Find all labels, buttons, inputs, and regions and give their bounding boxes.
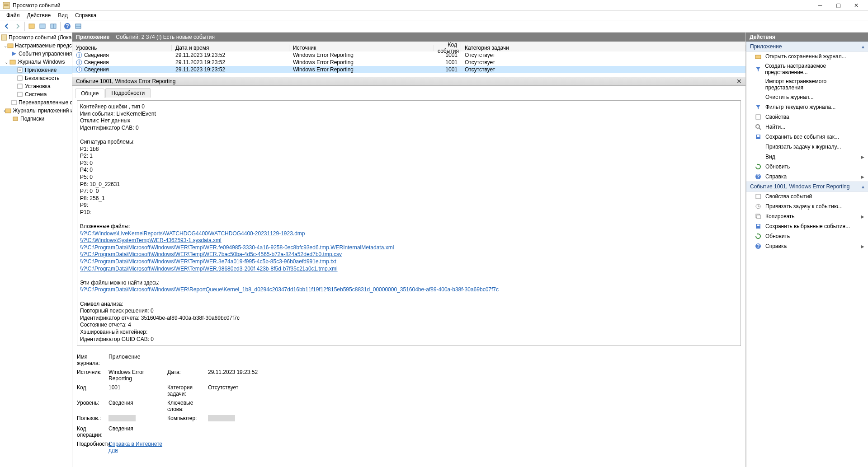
svg-rect-3 [29,24,34,28]
show-hide-tree-button[interactable] [27,21,37,31]
tree-app[interactable]: Приложение [0,66,72,74]
tree-windows-logs[interactable]: ⌄Журналы Windows [0,58,72,66]
save-icon [755,133,762,140]
action-clear-log[interactable]: Очистить журнал... [746,92,868,102]
toolbar: ? [0,20,868,33]
refresh-icon [755,233,762,240]
console-tree[interactable]: Просмотр событий (Локальны ⌄Настраиваемы… [0,33,72,467]
col-datetime[interactable]: Дата и время [172,45,289,51]
event-row[interactable]: iСведения29.11.2023 19:23:52Windows Erro… [72,59,745,66]
action-import-view[interactable]: Импорт настраиваемого представления [746,77,868,92]
svg-text:i: i [78,66,80,73]
action-open-saved-log[interactable]: Открыть сохраненный журнал... [746,51,868,61]
action-help[interactable]: ?Справка▶ [746,172,868,182]
svg-rect-21 [5,109,11,113]
action-copy[interactable]: Копировать▶ [746,211,868,221]
help-button[interactable]: ? [62,21,72,31]
attached-file-link[interactable]: \\?\C:\Windows\SystemTemp\WER-4362593-1.… [80,237,222,243]
attached-file-link[interactable]: \\?\C:\ProgramData\Microsoft\Windows\WER… [80,251,342,257]
action-properties[interactable]: Свойства [746,112,868,122]
meta-kw-k: Ключевые слова: [167,400,208,412]
actions-section-app[interactable]: Приложение▴ [746,42,868,51]
action-save-selected[interactable]: Сохранить выбранные события... [746,221,868,231]
svg-rect-34 [757,135,760,137]
menu-view[interactable]: Вид [54,11,71,19]
col-category[interactable]: Категория задачи [461,45,745,51]
tree-forwarded[interactable]: Перенаправленные соб [0,98,72,107]
event-row[interactable]: iСведения29.11.2023 19:23:52Windows Erro… [72,51,745,59]
action-refresh[interactable]: Обновить [746,162,868,172]
action-create-view[interactable]: Создать настраиваемое представление... [746,61,868,77]
panel-button-1[interactable] [38,21,47,31]
action-view[interactable]: Вид▶ [746,152,868,162]
menu-file[interactable]: Файл [3,11,24,19]
meta-level-k: Уровень: [77,400,108,412]
action-event-attach[interactable]: Привязать задачу к событию... [746,201,868,211]
svg-rect-30 [756,115,760,119]
attached-file-link[interactable]: \\?\C:\ProgramData\Microsoft\Windows\WER… [80,244,394,251]
action-attach-task[interactable]: Привязать задачу к журналу... [746,142,868,152]
attached-file-link[interactable]: \\?\C:\ProgramData\Microsoft\Windows\WER… [80,266,338,272]
col-source[interactable]: Источник [289,45,434,51]
window-title: Просмотр событий [13,2,811,9]
action-save-all[interactable]: Сохранить все события как... [746,132,868,142]
tree-custom-views[interactable]: ⌄Настраиваемые представл [0,42,72,50]
panel-button-3[interactable] [73,21,83,31]
close-window-button[interactable]: ✕ [847,0,865,10]
detail-close-icon[interactable]: ✕ [736,78,742,85]
detail-metadata: Имя журнала: Приложение Источник: Window… [77,352,741,455]
event-list[interactable]: Уровень Дата и время Источник Код событи… [72,42,745,77]
maximize-button[interactable]: ▢ [829,0,847,10]
svg-text:?: ? [66,23,69,29]
meta-cat-v: Отсутствует [208,384,298,397]
meta-more-link[interactable]: Справка в Интернете для [108,441,162,453]
menubar: Файл Действие Вид Справка [0,11,868,20]
action-refresh-2[interactable]: Обновить [746,231,868,241]
copy-icon [755,213,762,220]
col-level[interactable]: Уровень [72,45,172,51]
meta-op-v: Сведения [108,425,167,438]
help-icon: ? [755,243,762,250]
svg-line-32 [759,128,761,130]
tab-general[interactable]: Общие [75,89,104,98]
tree-subscriptions[interactable]: Подписки [0,115,72,123]
panel-button-2[interactable] [48,21,58,31]
help-icon: ? [755,173,762,180]
action-help-2[interactable]: ?Справка▶ [746,241,868,251]
actions-section-event[interactable]: Событие 1001, Windows Error Reporting▴ [746,182,868,191]
attached-file-link[interactable]: \\?\C:\ProgramData\Microsoft\Windows\WER… [80,258,336,265]
window-titlebar: Просмотр событий ─ ▢ ✕ [0,0,868,11]
tree-setup[interactable]: Установка [0,82,72,90]
attach-icon [755,203,762,210]
action-find[interactable]: Найти... [746,122,868,132]
detail-body[interactable]: Контейнер ошибки , тип 0 Имя события: Li… [72,98,745,467]
properties-icon [755,113,762,121]
svg-rect-14 [18,68,22,72]
svg-rect-22 [13,117,18,121]
menu-help[interactable]: Справка [71,11,100,19]
forward-button[interactable] [13,21,23,31]
filter-icon [755,103,762,111]
tree-root[interactable]: Просмотр событий (Локальны [0,33,72,42]
svg-rect-19 [18,92,22,97]
event-list-header[interactable]: Уровень Дата и время Источник Код событи… [72,42,745,51]
report-queue-link[interactable]: \\?\C:\ProgramData\Microsoft\Windows\WER… [80,286,499,293]
center-subtitle: Событий: 2 374 (!) Есть новые события [116,34,215,40]
action-event-properties[interactable]: Свойства событий [746,191,868,201]
event-row[interactable]: iСведения29.11.2023 19:23:52Windows Erro… [72,66,745,73]
tree-system[interactable]: Система [0,90,72,98]
detail-header: Событие 1001, Windows Error Reporting ✕ [72,77,745,86]
meta-comp-k: Компьютер: [167,415,208,423]
back-button[interactable] [2,21,12,31]
meta-level-v: Сведения [108,400,167,412]
tab-details[interactable]: Подробности [105,88,151,98]
minimize-button[interactable]: ─ [811,0,829,10]
center-header: Приложение Событий: 2 374 (!) Есть новые… [72,33,745,42]
attached-file-link[interactable]: \\?\C:\Windows\LiveKernelReports\WATCHDO… [80,230,305,237]
tree-admin-events[interactable]: События управления [0,50,72,58]
menu-action[interactable]: Действие [24,11,55,19]
actions-header: Действия [746,33,868,42]
action-filter-log[interactable]: Фильтр текущего журнала... [746,102,868,112]
tree-security[interactable]: Безопасность [0,74,72,82]
tree-app-services[interactable]: ›Журналы приложений и сл [0,107,72,115]
